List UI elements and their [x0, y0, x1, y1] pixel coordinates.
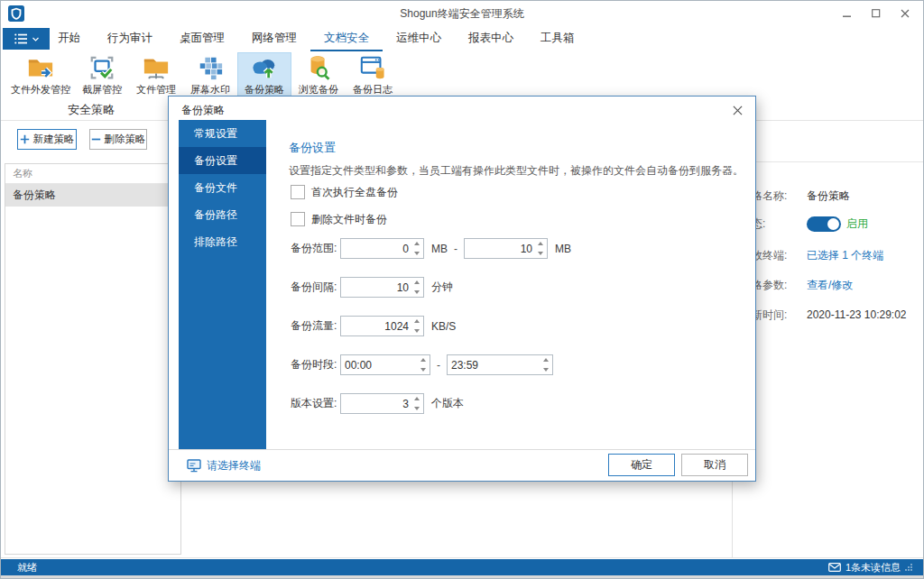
time-start-input[interactable] [341, 355, 430, 374]
screenshot-control-icon [88, 54, 116, 81]
tool-screen-watermark[interactable]: 屏幕水印 [183, 52, 237, 99]
checkbox-icon[interactable] [291, 185, 305, 199]
dialog-title: 备份策略 [181, 103, 225, 118]
tool-file-management[interactable]: 文件管理 [129, 52, 183, 99]
tool-browse-backup[interactable]: 浏览备份 [291, 52, 346, 99]
unit-label: KB/S [431, 320, 456, 333]
dialog-footer: 请选择终端 确定 取消 [169, 449, 755, 481]
tab-behavior-audit[interactable]: 行为审计 [94, 26, 166, 51]
policy-terminals-link[interactable]: 已选择 1 个终端 [807, 248, 883, 263]
range-max-input[interactable] [465, 239, 547, 258]
tab-network-management[interactable]: 网络管理 [238, 26, 310, 51]
interval-input[interactable] [341, 278, 423, 297]
resize-grip-icon[interactable] [905, 564, 912, 571]
spinner-arrows-icon[interactable] [412, 280, 420, 294]
bandwidth-input[interactable] [341, 317, 423, 335]
range-min-input[interactable] [341, 239, 423, 258]
spinner-arrows-icon[interactable] [412, 319, 420, 333]
backup-policy-icon [251, 54, 278, 81]
policy-terminals-row: 生效终端: 已选择 1 个终端 [741, 247, 883, 263]
bandwidth-spinner[interactable] [340, 316, 424, 336]
spinner-arrows-icon[interactable] [536, 242, 544, 255]
tool-backup-policy[interactable]: 备份策略 [237, 52, 291, 99]
time-end-input[interactable] [448, 355, 552, 374]
spinner-arrows-icon[interactable] [419, 358, 427, 372]
policy-params-row: 策略参数: 查看/修改 [741, 277, 853, 293]
policy-list: 名称 备份策略 [5, 163, 181, 555]
interval-spinner[interactable] [340, 277, 424, 298]
tab-report-center[interactable]: 报表中心 [455, 26, 527, 51]
minimize-button[interactable] [833, 1, 862, 26]
tab-ops-center[interactable]: 运维中心 [383, 26, 455, 51]
dialog-tab-exclude-paths[interactable]: 排除路径 [179, 228, 266, 255]
cancel-button[interactable]: 取消 [681, 454, 748, 476]
dialog-tab-backup-files[interactable]: 备份文件 [179, 174, 266, 201]
tab-start[interactable]: 开始 [44, 26, 94, 51]
minimize-icon [843, 9, 852, 18]
close-button[interactable] [891, 1, 919, 26]
main-menu-button[interactable] [3, 28, 50, 50]
delete-policy-button[interactable]: 删除策略 [89, 129, 147, 150]
spinner-arrows-icon[interactable] [412, 242, 420, 255]
field-backup-timewindow: 备份时段: - [291, 354, 553, 375]
checkbox-full-backup[interactable]: 首次执行全盘备份 [291, 185, 398, 199]
field-label: 备份间隔: [291, 280, 340, 295]
policy-params-link[interactable]: 查看/修改 [807, 278, 853, 293]
policy-list-column-header: 名称 [5, 164, 180, 184]
unit-label: 分钟 [431, 280, 453, 295]
checkbox-backup-on-delete[interactable]: 删除文件时备份 [291, 212, 387, 226]
tool-backup-log[interactable]: 备份日志 [346, 52, 400, 99]
policy-updated-row: 更新时间: 2020-11-23 10:29:02 [741, 307, 907, 323]
folder-export-icon [27, 54, 54, 81]
tab-toolbox[interactable]: 工具箱 [527, 26, 588, 51]
content-bottom-divider [1, 557, 924, 558]
field-label: 版本设置: [291, 396, 340, 411]
range-separator: - [454, 243, 457, 255]
field-label: 备份流量: [291, 318, 340, 334]
ok-button[interactable]: 确定 [608, 454, 675, 476]
close-icon [733, 106, 743, 115]
policy-list-item-backup[interactable]: 备份策略 [5, 184, 180, 207]
time-start-spinner[interactable] [340, 354, 430, 375]
tool-screenshot-control[interactable]: 截屏管控 [75, 52, 129, 99]
maximize-icon [872, 9, 881, 18]
time-separator: - [437, 359, 440, 372]
checkbox-icon[interactable] [291, 212, 305, 226]
close-icon [901, 9, 910, 18]
policy-name-row: 策略名称: 备份策略 [741, 188, 850, 204]
time-end-spinner[interactable] [447, 354, 553, 375]
dialog-close-button[interactable] [730, 103, 744, 117]
status-toggle[interactable] [807, 216, 841, 232]
select-terminal-label: 请选择终端 [207, 458, 261, 473]
range-min-spinner[interactable] [340, 238, 424, 259]
version-spinner[interactable] [340, 393, 424, 414]
section-description: 设置指定文件类型和参数，当员工端有操作此类型文件时，被操作的文件会自动备份到服务… [289, 163, 744, 179]
maximize-button[interactable] [862, 1, 891, 26]
policy-detail-panel: 策略名称: 备份策略 状态: 启用 生效终端: 已选择 1 个终端 策略参数: … [732, 183, 924, 363]
new-policy-button[interactable]: 新建策略 [17, 129, 77, 150]
dialog-tab-backup-settings[interactable]: 备份设置 [179, 147, 266, 174]
tool-label: 备份日志 [353, 83, 393, 96]
tool-file-export-control[interactable]: 文件外发管控 [6, 52, 75, 99]
chevron-down-icon [32, 37, 39, 41]
policy-status-row: 状态: 启用 [741, 216, 868, 232]
tab-document-security[interactable]: 文档安全 [310, 26, 383, 51]
unread-messages-label: 1条未读信息 [845, 561, 901, 574]
tool-label: 文件外发管控 [11, 83, 70, 96]
spinner-arrows-icon[interactable] [412, 397, 420, 410]
toolbar: 文件外发管控 截屏管控 文件管理 [6, 52, 400, 99]
checkbox-label: 删除文件时备份 [311, 212, 387, 227]
tab-desktop-management[interactable]: 桌面管理 [166, 26, 238, 51]
ribbon-tab-bar: 开始 行为审计 桌面管理 网络管理 文档安全 运维中心 报表中心 工具箱 [44, 26, 588, 51]
range-max-spinner[interactable] [464, 238, 548, 259]
status-bar: 就绪 1条未读信息 [1, 559, 924, 575]
dialog-tab-backup-paths[interactable]: 备份路径 [179, 201, 266, 228]
status-ready-text: 就绪 [17, 559, 37, 575]
minus-icon [91, 134, 101, 144]
spinner-arrows-icon[interactable] [541, 358, 550, 372]
status-messages[interactable]: 1条未读信息 [828, 559, 912, 575]
select-terminal-link[interactable]: 请选择终端 [187, 458, 261, 473]
screen-watermark-icon [197, 54, 224, 81]
dialog-tab-general[interactable]: 常规设置 [179, 120, 266, 147]
version-input[interactable] [341, 394, 423, 413]
